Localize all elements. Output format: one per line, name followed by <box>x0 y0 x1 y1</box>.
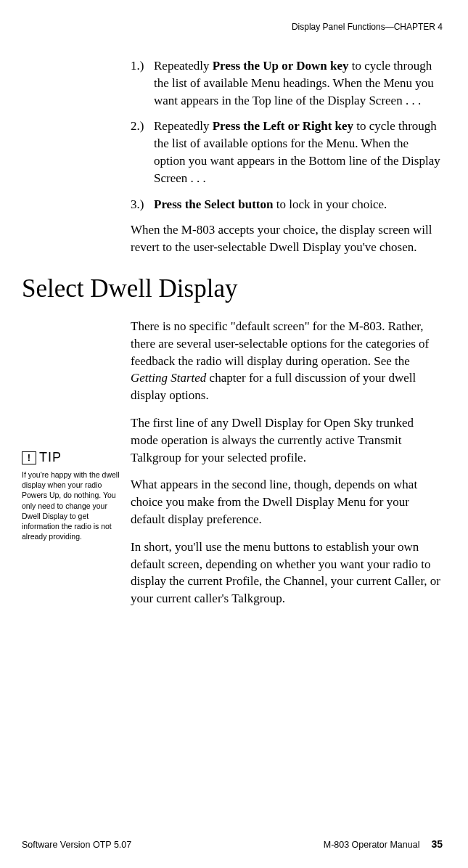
list-item: 1.) Repeatedly Press the Up or Down key … <box>131 57 443 109</box>
tip-label: TIP <box>39 450 62 465</box>
text-bold: Press the Select button <box>154 197 273 211</box>
list-item: 3.) Press the Select button to lock in y… <box>131 196 443 213</box>
list-number: 1.) <box>131 57 154 109</box>
paragraph: In short, you'll use the menu buttons to… <box>131 539 443 607</box>
footer-manual: M-803 Operator Manual <box>324 840 420 850</box>
paragraph: What appears in the second line, though,… <box>131 476 443 528</box>
list-body: Repeatedly Press the Up or Down key to c… <box>154 57 443 109</box>
paragraph: There is no specific "default screen" fo… <box>131 318 443 404</box>
list-number: 2.) <box>131 118 154 187</box>
list-body: Press the Select button to lock in your … <box>154 196 443 213</box>
list-item: 2.) Repeatedly Press the Left or Right k… <box>131 118 443 187</box>
exclamation-icon: ! <box>22 451 36 464</box>
list-number: 3.) <box>131 196 154 213</box>
text-bold: Press the Left or Right key <box>213 119 353 133</box>
tip-header: ! TIP <box>22 450 120 465</box>
text-bold: Press the Up or Down key <box>213 59 349 73</box>
footer-version: Software Version OTP 5.07 <box>22 840 131 850</box>
page-number: 35 <box>431 838 443 850</box>
text: There is no specific "default screen" fo… <box>131 319 429 368</box>
paragraph: The first line of any Dwell Display for … <box>131 414 443 466</box>
section-heading: Select Dwell Display <box>22 274 443 303</box>
page-footer: Software Version OTP 5.07 M-803 Operator… <box>22 838 443 850</box>
tip-callout: ! TIP If you're happy with the dwell dis… <box>22 450 120 541</box>
text: Repeatedly <box>154 59 213 73</box>
text-italic: Getting Started <box>131 371 206 385</box>
running-header: Display Panel Functions—CHAPTER 4 <box>22 22 443 32</box>
tip-text: If you're happy with the dwell display w… <box>22 470 120 541</box>
paragraph: When the M-803 accepts your choice, the … <box>131 221 443 256</box>
text: to lock in your choice. <box>273 197 387 211</box>
list-body: Repeatedly Press the Left or Right key t… <box>154 118 443 187</box>
text: Repeatedly <box>154 119 213 133</box>
